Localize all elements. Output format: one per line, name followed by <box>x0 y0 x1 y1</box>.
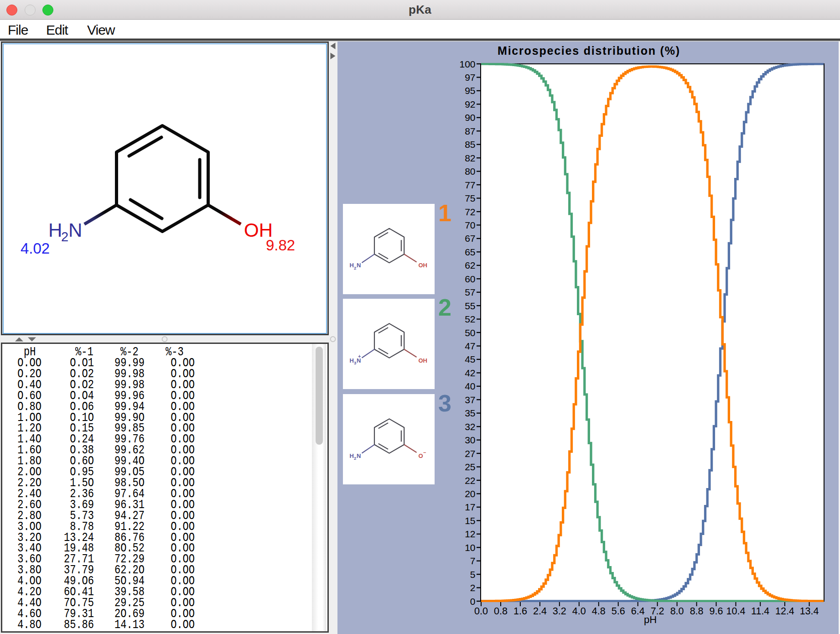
svg-text:2.4: 2.4 <box>533 606 547 617</box>
svg-text:22: 22 <box>465 475 475 486</box>
svg-text:90: 90 <box>465 112 475 123</box>
svg-text:32: 32 <box>465 421 475 432</box>
svg-text:3: 3 <box>438 390 451 416</box>
svg-text:87: 87 <box>465 126 475 136</box>
svg-text:10: 10 <box>465 542 475 553</box>
svg-text:−: − <box>423 450 426 455</box>
svg-text:72: 72 <box>465 207 475 217</box>
svg-text:0.0: 0.0 <box>474 606 488 617</box>
svg-text:8.0: 8.0 <box>670 606 684 617</box>
svg-text:3.2: 3.2 <box>553 606 566 617</box>
svg-text:20: 20 <box>465 488 475 499</box>
svg-text:17: 17 <box>465 502 475 512</box>
svg-text:10.4: 10.4 <box>726 606 746 617</box>
svg-text:30: 30 <box>465 435 475 445</box>
svg-text:50: 50 <box>465 327 475 338</box>
svg-text:N: N <box>357 452 361 459</box>
svg-text:0: 0 <box>470 596 476 607</box>
svg-text:1: 1 <box>438 200 451 226</box>
svg-text:+: + <box>358 353 361 359</box>
svg-text:6.4: 6.4 <box>631 606 645 617</box>
svg-text:2: 2 <box>61 229 68 244</box>
svg-text:13.4: 13.4 <box>800 606 819 617</box>
svg-text:15: 15 <box>465 515 475 526</box>
svg-text:52: 52 <box>465 314 475 324</box>
svg-text:4.02: 4.02 <box>21 240 50 257</box>
svg-text:9.6: 9.6 <box>710 606 723 617</box>
svg-text:OH: OH <box>419 262 428 269</box>
svg-text:4.8: 4.8 <box>592 606 606 617</box>
svg-text:27: 27 <box>465 448 475 459</box>
svg-text:40: 40 <box>465 381 475 391</box>
svg-text:97: 97 <box>465 72 475 83</box>
svg-text:4.0: 4.0 <box>572 606 586 617</box>
svg-text:H: H <box>48 219 62 241</box>
svg-text:2: 2 <box>438 294 451 321</box>
svg-text:2: 2 <box>470 582 476 593</box>
svg-text:60: 60 <box>465 274 475 284</box>
svg-text:12: 12 <box>465 529 475 539</box>
svg-text:80: 80 <box>465 166 475 177</box>
svg-text:2: 2 <box>354 265 356 270</box>
svg-text:55: 55 <box>465 301 475 311</box>
svg-text:100: 100 <box>459 59 475 69</box>
svg-text:77: 77 <box>465 180 475 190</box>
svg-text:3: 3 <box>354 360 356 365</box>
svg-text:Microspecies distribution (%): Microspecies distribution (%) <box>498 44 680 57</box>
svg-text:75: 75 <box>465 193 475 203</box>
svg-text:92: 92 <box>465 99 475 109</box>
svg-text:35: 35 <box>465 408 475 418</box>
svg-text:OH: OH <box>419 357 428 364</box>
svg-text:70: 70 <box>465 220 475 230</box>
svg-text:82: 82 <box>465 153 475 163</box>
svg-text:11.4: 11.4 <box>751 606 769 617</box>
svg-text:0.8: 0.8 <box>494 606 508 617</box>
svg-text:25: 25 <box>465 462 475 472</box>
svg-text:42: 42 <box>465 368 475 378</box>
svg-text:H: H <box>350 357 354 364</box>
svg-text:5.6: 5.6 <box>612 606 625 617</box>
svg-text:N: N <box>68 219 82 241</box>
svg-text:67: 67 <box>465 233 475 244</box>
svg-text:62: 62 <box>465 260 475 270</box>
svg-text:H: H <box>350 452 354 459</box>
svg-text:5: 5 <box>470 569 476 580</box>
svg-text:O: O <box>419 452 423 459</box>
svg-text:85: 85 <box>465 139 475 150</box>
svg-text:12.4: 12.4 <box>775 606 794 617</box>
svg-text:N: N <box>357 262 361 269</box>
svg-text:37: 37 <box>465 395 475 405</box>
svg-text:9.82: 9.82 <box>266 237 295 254</box>
svg-text:8.8: 8.8 <box>690 606 704 617</box>
svg-text:95: 95 <box>465 85 475 96</box>
svg-text:45: 45 <box>465 354 475 364</box>
svg-text:65: 65 <box>465 247 475 257</box>
svg-text:1.6: 1.6 <box>513 606 527 617</box>
svg-text:H: H <box>350 262 354 269</box>
svg-text:7: 7 <box>470 556 476 566</box>
svg-text:57: 57 <box>465 287 475 297</box>
svg-text:2: 2 <box>354 456 356 461</box>
svg-text:47: 47 <box>465 341 475 351</box>
svg-text:pH: pH <box>644 614 657 625</box>
